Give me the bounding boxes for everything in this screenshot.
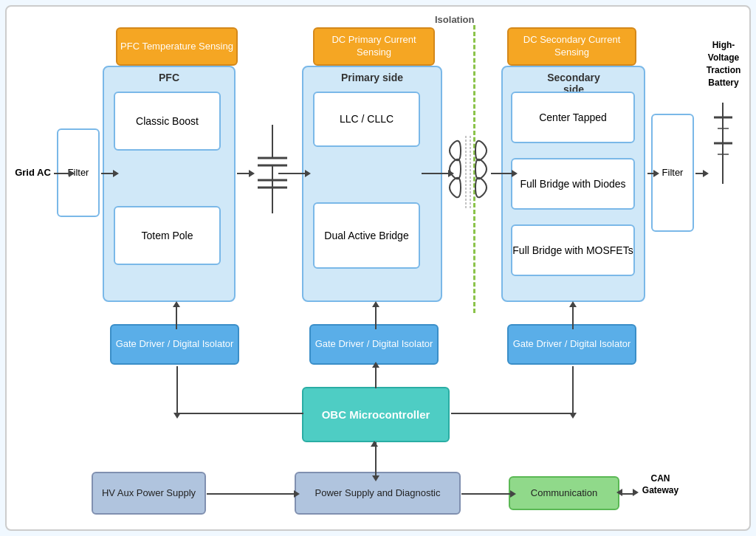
arrow-obc-to-primary-gate [375,366,377,388]
full-bridge-mosfets-box: Full Bridge with MOSFETs [511,224,635,276]
dual-active-bridge-box: Dual Active Bridge [313,202,420,269]
arrow-filter-to-pfc [101,173,114,174]
battery-symbol [703,103,743,184]
diagram-container: Isolation Grid AC Filter PFC Classic Boo… [5,5,751,531]
arrow-obc-to-pfc-h [176,413,303,414]
arrow-gate-pfc-up [176,306,177,329]
arrow-obc-to-secondary-v [572,366,574,414]
full-bridge-diodes-box: Full Bridge with Diodes [511,158,635,210]
can-gateway-label: CAN Gateway [633,464,688,505]
dc-secondary-sensing: DC Secondary Current Sensing [507,27,636,66]
arrow-gate-secondary-up [572,306,574,329]
center-tapped-box: Center Tapped [511,92,635,143]
classic-boost-box: Classic Boost [114,92,221,151]
arrow-cap-to-primary [278,173,306,174]
arrow-obc-to-secondary-h [451,413,574,414]
obc-microcontroller: OBC Microcontroller [302,387,450,442]
gate-driver-secondary: Gate Driver / Digital Isolator [507,324,636,365]
arrow-obc-to-pfc-v [176,366,178,414]
totem-pole-box: Totem Pole [114,206,221,265]
arrow-filter-to-battery [695,173,704,174]
gate-driver-primary: Gate Driver / Digital Isolator [309,324,439,365]
arrow-primary-to-transformer [422,173,450,174]
arrow-can-right [633,489,639,496]
isolation-label: Isolation [435,14,474,25]
arrow-obc-down2 [375,468,377,477]
arrow-can-left [616,489,622,496]
dc-primary-sensing: DC Primary Current Sensing [313,27,435,66]
arrow-power-to-comm [461,493,512,495]
arrow-gate-primary-up [375,306,377,329]
hv-aux-power: HV Aux Power Supply [92,472,206,515]
grid-ac-label: Grid AC [13,158,53,188]
llc-box: LLC / CLLC [313,92,420,147]
communication-box: Communication [509,476,619,510]
arrow-transformer-to-secondary [491,173,513,174]
pfc-label: PFC [140,72,199,83]
high-voltage-label: High-VoltageTractionBattery [701,27,746,101]
arrow-grid-to-filter [54,173,70,174]
capacitor-symbol [243,125,302,213]
arrow-secondary-to-filter-right [647,173,655,174]
arrow-pfc-to-cap [237,173,250,174]
arrow-hv-to-power [207,493,295,495]
arrow-up-obc [371,441,378,447]
gate-driver-pfc: Gate Driver / Digital Isolator [110,324,239,365]
pfc-temp-sensing: PFC Temperature Sensing [116,27,238,66]
primary-label: Primary side [339,72,405,83]
